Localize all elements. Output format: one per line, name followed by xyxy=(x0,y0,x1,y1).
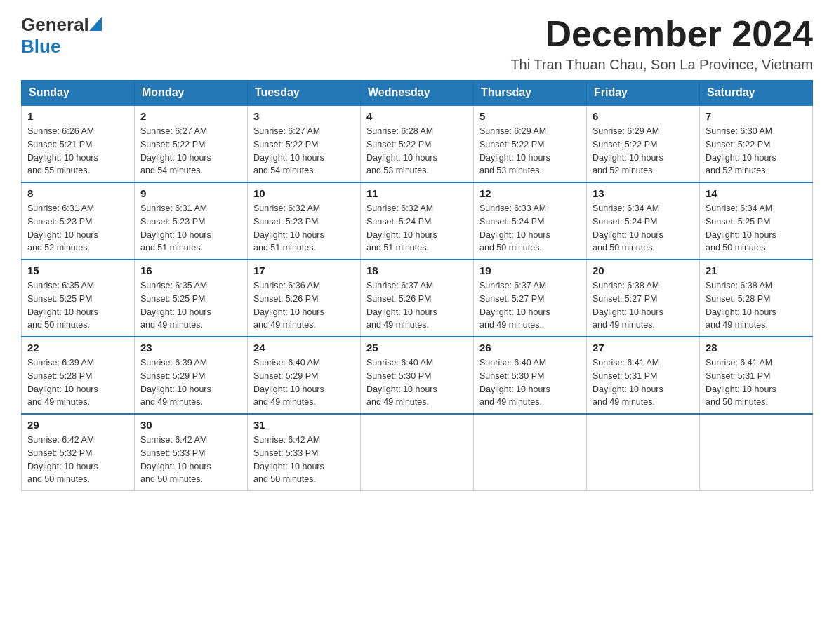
calendar-cell: 20 Sunrise: 6:38 AM Sunset: 5:27 PM Dayl… xyxy=(587,260,700,337)
col-header-sunday: Sunday xyxy=(22,81,135,106)
day-info: Sunrise: 6:36 AM Sunset: 5:26 PM Dayligh… xyxy=(253,279,355,332)
calendar-cell: 1 Sunrise: 6:26 AM Sunset: 5:21 PM Dayli… xyxy=(22,105,135,182)
day-info: Sunrise: 6:34 AM Sunset: 5:25 PM Dayligh… xyxy=(706,202,807,255)
col-header-thursday: Thursday xyxy=(474,81,587,106)
day-info: Sunrise: 6:42 AM Sunset: 5:32 PM Dayligh… xyxy=(27,434,128,486)
day-number: 25 xyxy=(366,342,468,354)
day-info: Sunrise: 6:31 AM Sunset: 5:23 PM Dayligh… xyxy=(140,202,241,255)
day-number: 8 xyxy=(27,187,128,199)
day-info: Sunrise: 6:40 AM Sunset: 5:29 PM Dayligh… xyxy=(253,356,355,409)
logo-triangle-icon xyxy=(89,17,102,34)
calendar-header-row: SundayMondayTuesdayWednesdayThursdayFrid… xyxy=(22,81,813,106)
month-title: December 2024 xyxy=(510,14,813,54)
day-info: Sunrise: 6:42 AM Sunset: 5:33 PM Dayligh… xyxy=(140,434,241,486)
calendar-cell xyxy=(361,414,474,491)
day-number: 7 xyxy=(706,110,807,122)
day-info: Sunrise: 6:37 AM Sunset: 5:27 PM Dayligh… xyxy=(479,279,581,332)
day-info: Sunrise: 6:42 AM Sunset: 5:33 PM Dayligh… xyxy=(253,434,355,486)
calendar-cell: 24 Sunrise: 6:40 AM Sunset: 5:29 PM Dayl… xyxy=(248,337,361,414)
calendar-cell: 11 Sunrise: 6:32 AM Sunset: 5:24 PM Dayl… xyxy=(361,182,474,260)
day-number: 21 xyxy=(706,264,807,276)
day-number: 2 xyxy=(140,110,241,122)
calendar-cell: 10 Sunrise: 6:32 AM Sunset: 5:23 PM Dayl… xyxy=(248,182,361,260)
day-number: 27 xyxy=(593,342,694,354)
day-info: Sunrise: 6:41 AM Sunset: 5:31 PM Dayligh… xyxy=(593,356,694,409)
day-info: Sunrise: 6:31 AM Sunset: 5:23 PM Dayligh… xyxy=(27,202,128,255)
calendar-cell: 27 Sunrise: 6:41 AM Sunset: 5:31 PM Dayl… xyxy=(587,337,700,414)
col-header-wednesday: Wednesday xyxy=(361,81,474,106)
day-number: 22 xyxy=(27,342,128,354)
day-number: 14 xyxy=(706,187,807,199)
calendar-cell: 26 Sunrise: 6:40 AM Sunset: 5:30 PM Dayl… xyxy=(474,337,587,414)
day-info: Sunrise: 6:41 AM Sunset: 5:31 PM Dayligh… xyxy=(706,356,807,409)
day-info: Sunrise: 6:33 AM Sunset: 5:24 PM Dayligh… xyxy=(479,202,581,255)
day-number: 28 xyxy=(706,342,807,354)
day-info: Sunrise: 6:28 AM Sunset: 5:22 PM Dayligh… xyxy=(366,125,468,177)
day-info: Sunrise: 6:30 AM Sunset: 5:22 PM Dayligh… xyxy=(706,125,807,177)
calendar-cell xyxy=(700,414,813,491)
col-header-monday: Monday xyxy=(135,81,248,106)
calendar-cell: 16 Sunrise: 6:35 AM Sunset: 5:25 PM Dayl… xyxy=(135,260,248,337)
week-row-4: 22 Sunrise: 6:39 AM Sunset: 5:28 PM Dayl… xyxy=(22,337,813,414)
week-row-2: 8 Sunrise: 6:31 AM Sunset: 5:23 PM Dayli… xyxy=(22,182,813,260)
col-header-tuesday: Tuesday xyxy=(248,81,361,106)
calendar-cell: 30 Sunrise: 6:42 AM Sunset: 5:33 PM Dayl… xyxy=(135,414,248,491)
day-number: 6 xyxy=(593,110,694,122)
calendar-cell: 2 Sunrise: 6:27 AM Sunset: 5:22 PM Dayli… xyxy=(135,105,248,182)
day-number: 29 xyxy=(27,419,128,431)
calendar-cell: 21 Sunrise: 6:38 AM Sunset: 5:28 PM Dayl… xyxy=(700,260,813,337)
calendar-cell xyxy=(587,414,700,491)
week-row-1: 1 Sunrise: 6:26 AM Sunset: 5:21 PM Dayli… xyxy=(22,105,813,182)
day-info: Sunrise: 6:26 AM Sunset: 5:21 PM Dayligh… xyxy=(27,125,128,177)
calendar-cell: 12 Sunrise: 6:33 AM Sunset: 5:24 PM Dayl… xyxy=(474,182,587,260)
week-row-3: 15 Sunrise: 6:35 AM Sunset: 5:25 PM Dayl… xyxy=(22,260,813,337)
day-number: 17 xyxy=(253,264,355,276)
day-number: 12 xyxy=(479,187,581,199)
day-number: 31 xyxy=(253,419,355,431)
day-number: 13 xyxy=(593,187,694,199)
day-info: Sunrise: 6:38 AM Sunset: 5:27 PM Dayligh… xyxy=(593,279,694,332)
logo-general-text: General xyxy=(21,14,89,36)
day-number: 20 xyxy=(593,264,694,276)
logo-blue-text: Blue xyxy=(21,36,60,58)
day-number: 24 xyxy=(253,342,355,354)
day-info: Sunrise: 6:37 AM Sunset: 5:26 PM Dayligh… xyxy=(366,279,468,332)
calendar-cell: 22 Sunrise: 6:39 AM Sunset: 5:28 PM Dayl… xyxy=(22,337,135,414)
day-number: 18 xyxy=(366,264,468,276)
day-info: Sunrise: 6:27 AM Sunset: 5:22 PM Dayligh… xyxy=(140,125,241,177)
calendar-cell: 15 Sunrise: 6:35 AM Sunset: 5:25 PM Dayl… xyxy=(22,260,135,337)
calendar-table: SundayMondayTuesdayWednesdayThursdayFrid… xyxy=(21,80,813,491)
day-info: Sunrise: 6:29 AM Sunset: 5:22 PM Dayligh… xyxy=(593,125,694,177)
calendar-cell: 13 Sunrise: 6:34 AM Sunset: 5:24 PM Dayl… xyxy=(587,182,700,260)
day-info: Sunrise: 6:39 AM Sunset: 5:29 PM Dayligh… xyxy=(140,356,241,409)
calendar-cell: 25 Sunrise: 6:40 AM Sunset: 5:30 PM Dayl… xyxy=(361,337,474,414)
day-number: 5 xyxy=(479,110,581,122)
col-header-friday: Friday xyxy=(587,81,700,106)
day-info: Sunrise: 6:32 AM Sunset: 5:23 PM Dayligh… xyxy=(253,202,355,255)
day-number: 4 xyxy=(366,110,468,122)
calendar-cell: 8 Sunrise: 6:31 AM Sunset: 5:23 PM Dayli… xyxy=(22,182,135,260)
day-info: Sunrise: 6:32 AM Sunset: 5:24 PM Dayligh… xyxy=(366,202,468,255)
svg-marker-0 xyxy=(89,17,102,31)
day-info: Sunrise: 6:38 AM Sunset: 5:28 PM Dayligh… xyxy=(706,279,807,332)
day-number: 23 xyxy=(140,342,241,354)
day-number: 1 xyxy=(27,110,128,122)
calendar-cell: 17 Sunrise: 6:36 AM Sunset: 5:26 PM Dayl… xyxy=(248,260,361,337)
day-info: Sunrise: 6:35 AM Sunset: 5:25 PM Dayligh… xyxy=(27,279,128,332)
day-info: Sunrise: 6:27 AM Sunset: 5:22 PM Dayligh… xyxy=(253,125,355,177)
day-number: 11 xyxy=(366,187,468,199)
day-number: 15 xyxy=(27,264,128,276)
calendar-cell: 14 Sunrise: 6:34 AM Sunset: 5:25 PM Dayl… xyxy=(700,182,813,260)
col-header-saturday: Saturday xyxy=(700,81,813,106)
calendar-cell: 18 Sunrise: 6:37 AM Sunset: 5:26 PM Dayl… xyxy=(361,260,474,337)
day-info: Sunrise: 6:35 AM Sunset: 5:25 PM Dayligh… xyxy=(140,279,241,332)
calendar-cell: 19 Sunrise: 6:37 AM Sunset: 5:27 PM Dayl… xyxy=(474,260,587,337)
day-number: 30 xyxy=(140,419,241,431)
calendar-cell: 7 Sunrise: 6:30 AM Sunset: 5:22 PM Dayli… xyxy=(700,105,813,182)
day-number: 10 xyxy=(253,187,355,199)
day-number: 3 xyxy=(253,110,355,122)
page-header: General Blue December 2024 Thi Tran Thua… xyxy=(21,14,813,73)
day-info: Sunrise: 6:40 AM Sunset: 5:30 PM Dayligh… xyxy=(366,356,468,409)
day-info: Sunrise: 6:34 AM Sunset: 5:24 PM Dayligh… xyxy=(593,202,694,255)
day-info: Sunrise: 6:39 AM Sunset: 5:28 PM Dayligh… xyxy=(27,356,128,409)
